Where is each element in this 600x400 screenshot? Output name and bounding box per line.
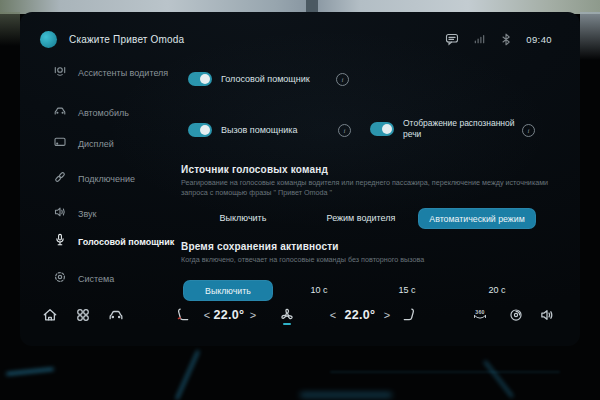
assistant-call-toggle[interactable] [188, 123, 212, 137]
sidebar-item-display[interactable]: Дисплей [53, 135, 185, 153]
sidebar-item-label: Дисплей [78, 139, 114, 150]
info-glyph: i [342, 76, 344, 84]
driver-temperature: 22.0° [214, 308, 245, 322]
backdrop-glare-left [0, 12, 20, 46]
info-icon[interactable]: i [336, 73, 349, 86]
option-voice-source-off[interactable]: Выключить [220, 213, 267, 223]
option-10s[interactable]: 10 с [310, 285, 327, 295]
section-description: Реагирование на голосовые команды водите… [181, 178, 561, 198]
link-icon [53, 170, 67, 188]
dashboard-light-streak [175, 350, 200, 400]
info-glyph: i [528, 127, 530, 135]
option-15s[interactable]: 15 с [398, 285, 415, 295]
sidebar-item-system[interactable]: Система [53, 270, 185, 288]
voice-assistant-toggle-row: Голосовой помощник [188, 72, 310, 86]
wake-phrase-title: Скажите Привет Omoda [69, 34, 184, 45]
network-icon [473, 33, 486, 46]
chevron-right-icon[interactable]: > [384, 309, 390, 321]
sidebar-item-label: Система [78, 274, 114, 285]
voice-assistant-avatar[interactable] [40, 31, 57, 48]
backdrop-glare-right [580, 12, 600, 60]
sidebar-item-sound[interactable]: Звук [53, 205, 185, 223]
voice-assistant-toggle[interactable] [188, 72, 212, 86]
car-icon [53, 104, 67, 122]
bluetooth-icon [500, 33, 512, 46]
option-activity-off-selected[interactable]: Выключить [183, 280, 273, 301]
speech-display-toggle-row: Отображение распознанной речи [370, 118, 515, 139]
sidebar-item-label: Автомобиль [78, 108, 129, 119]
chevron-left-icon[interactable]: < [330, 309, 336, 321]
sidebar-item-label: Ассистенты водителя [78, 68, 168, 79]
info-icon[interactable]: i [338, 124, 351, 137]
clock: 09:40 [526, 34, 552, 45]
sidebar-item-label: Голосовой помощник [78, 237, 174, 248]
microphone-icon [53, 233, 67, 251]
section-description: Когда включено, отвечает на голосовые ко… [181, 255, 561, 265]
speech-display-toggle[interactable] [370, 122, 394, 136]
info-glyph: i [344, 127, 346, 135]
assistant-call-toggle-row: Вызов помощника [188, 123, 297, 137]
section-title-voice-source: Источник голосовых команд [181, 164, 328, 175]
sidebar-item-voice-assistant[interactable]: Голосовой помощник [53, 233, 185, 251]
driver-assist-icon [53, 64, 67, 82]
option-20s[interactable]: 20 с [488, 285, 505, 295]
fan-active-indicator [283, 323, 291, 325]
chevron-right-icon[interactable]: > [250, 309, 256, 321]
dashcam-icon[interactable] [509, 308, 524, 323]
dashboard-light-streak [300, 393, 392, 397]
dashboard-light-streak [483, 360, 514, 398]
sidebar-item-label: Подключение [78, 174, 135, 185]
toggle-knob [382, 124, 392, 134]
seat-heat-driver-icon[interactable] [176, 308, 191, 323]
display-icon [53, 135, 67, 153]
status-bar: 09:40 [445, 32, 552, 46]
info-icon[interactable]: i [522, 124, 535, 137]
speaker-icon [53, 205, 67, 223]
toggle-knob [200, 125, 210, 135]
chevron-left-icon[interactable]: < [204, 309, 210, 321]
option-driver-mode[interactable]: Режим водителя [327, 213, 396, 223]
toggle-label: Голосовой помощник [221, 74, 310, 84]
infotainment-screen: Скажите Привет Omoda 09:40 Ас [20, 12, 580, 346]
seat-heat-passenger-icon[interactable] [402, 308, 417, 323]
dashboard-light-streak [330, 371, 560, 373]
section-title-activity-time: Время сохранения активности [181, 241, 339, 252]
gear-icon [53, 270, 67, 288]
sidebar-item-label: Звук [78, 209, 96, 220]
toggle-label: Вызов помощника [221, 125, 297, 135]
option-automatic-mode-selected[interactable]: Автоматический режим [418, 208, 536, 229]
home-icon[interactable] [42, 307, 59, 324]
volume-icon[interactable] [539, 307, 555, 323]
toggle-label: Отображение распознанной речи [403, 118, 515, 139]
car-icon[interactable] [108, 307, 125, 324]
dashboard-light-streak [6, 367, 54, 375]
fan-icon[interactable] [279, 307, 295, 323]
voice-chat-icon[interactable] [445, 32, 459, 46]
sidebar-item-vehicle[interactable]: Автомобиль [53, 104, 185, 122]
sidebar-item-connections[interactable]: Подключение [53, 170, 185, 188]
sidebar-item-driver-assist[interactable]: Ассистенты водителя [53, 64, 185, 82]
apps-icon[interactable] [75, 307, 91, 323]
toggle-knob [200, 74, 210, 84]
camera-360-icon[interactable]: 360 [473, 309, 488, 322]
passenger-temperature: 22.0° [345, 308, 376, 322]
